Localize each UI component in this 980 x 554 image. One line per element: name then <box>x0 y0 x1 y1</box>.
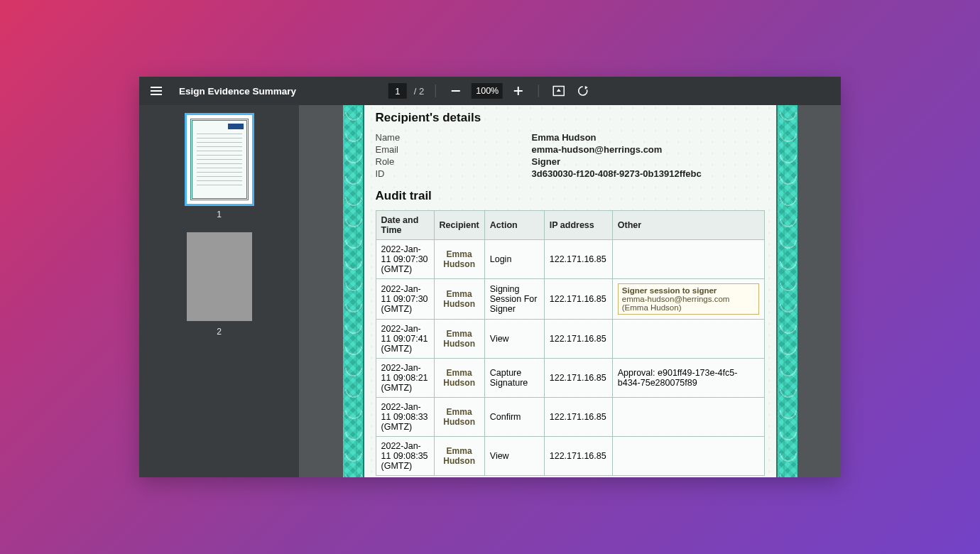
cell-date: 2022-Jan-11 09:07:30 (GMTZ) <box>376 279 434 320</box>
cell-recipient: Emma Hudson <box>434 240 484 279</box>
thumbnail-1[interactable]: 1 <box>187 115 252 219</box>
value-email: emma-hudson@herrings.com <box>532 144 765 155</box>
separator <box>435 85 436 97</box>
cell-ip: 122.171.16.85 <box>544 320 612 359</box>
recipient-details: Name Emma Hudson Email emma-hudson@herri… <box>376 132 765 179</box>
cell-action: Confirm <box>484 398 544 437</box>
cell-ip: 122.171.16.85 <box>544 398 612 437</box>
cell-action: View <box>484 320 544 359</box>
page-slash: / <box>414 86 417 97</box>
table-row: 2022-Jan-11 09:07:30 (GMTZ)Emma HudsonLo… <box>376 240 764 279</box>
cell-ip: 122.171.16.85 <box>544 240 612 279</box>
recipient-name: Emma Hudson <box>440 368 479 388</box>
recipient-name: Emma Hudson <box>440 446 479 466</box>
zoom-in-icon[interactable] <box>510 82 527 99</box>
table-row: 2022-Jan-11 09:07:30 (GMTZ)Emma HudsonSi… <box>376 279 764 320</box>
total-pages: 2 <box>419 86 424 97</box>
thumbnail-number: 2 <box>217 327 222 337</box>
cell-other <box>612 437 764 476</box>
svg-rect-0 <box>452 90 460 92</box>
zoom-out-icon[interactable] <box>447 82 464 99</box>
th-ip: IP address <box>544 211 612 240</box>
value-role: Signer <box>532 156 765 167</box>
cell-ip: 122.171.16.85 <box>544 359 612 398</box>
cell-other: Approval: e901ff49-173e-4fc5-b434-75e280… <box>612 359 764 398</box>
label-id: ID <box>376 168 532 179</box>
cell-action: Login <box>484 240 544 279</box>
th-date: Date and Time <box>376 211 434 240</box>
cell-date: 2022-Jan-11 09:08:33 (GMTZ) <box>376 398 434 437</box>
cell-date: 2022-Jan-11 09:08:21 (GMTZ) <box>376 359 434 398</box>
cell-action: Signing Session For Signer <box>484 279 544 320</box>
label-role: Role <box>376 156 532 167</box>
cell-recipient: Emma Hudson <box>434 437 484 476</box>
cell-action: View <box>484 437 544 476</box>
table-row: 2022-Jan-11 09:08:33 (GMTZ)Emma HudsonCo… <box>376 398 764 437</box>
audit-table: Date and Time Recipient Action IP addres… <box>376 210 765 476</box>
cell-other <box>612 320 764 359</box>
other-highlight-box: Signer session to signeremma-hudson@herr… <box>618 283 759 315</box>
table-row: 2022-Jan-11 09:07:41 (GMTZ)Emma HudsonVi… <box>376 320 764 359</box>
audit-heading: Audit trail <box>376 189 765 203</box>
document-title: Esign Evidence Summary <box>179 86 296 97</box>
cell-recipient: Emma Hudson <box>434 359 484 398</box>
cell-action: Capture Signature <box>484 359 544 398</box>
cell-recipient: Emma Hudson <box>434 398 484 437</box>
thumbnail-preview <box>187 232 252 321</box>
toolbar: Esign Evidence Summary / 2 <box>139 77 841 105</box>
recipient-name: Emma Hudson <box>440 329 479 349</box>
table-row: 2022-Jan-11 09:08:35 (GMTZ)Emma HudsonVi… <box>376 437 764 476</box>
fit-page-icon[interactable] <box>550 82 567 99</box>
cell-other <box>612 398 764 437</box>
thumbnail-number: 1 <box>217 210 222 219</box>
cell-ip: 122.171.16.85 <box>544 279 612 320</box>
table-header-row: Date and Time Recipient Action IP addres… <box>376 211 764 240</box>
recipients-heading: Recipient's details <box>376 111 765 125</box>
thumbnail-2[interactable]: 2 <box>187 232 252 337</box>
content-area[interactable]: Recipient's details Name Emma Hudson Ema… <box>299 105 841 477</box>
zoom-level-input[interactable] <box>472 83 503 99</box>
svg-marker-4 <box>557 89 561 92</box>
recipient-name: Emma Hudson <box>440 289 479 309</box>
current-page-input[interactable] <box>388 83 407 99</box>
cell-recipient: Emma Hudson <box>434 279 484 320</box>
cell-ip: 122.171.16.85 <box>544 437 612 476</box>
value-name: Emma Hudson <box>532 132 765 143</box>
th-recipient: Recipient <box>434 211 484 240</box>
th-action: Action <box>484 211 544 240</box>
page-total: / 2 <box>414 86 424 97</box>
value-id: 3d630030-f120-408f-9273-0b13912ffebc <box>532 168 765 179</box>
menu-icon[interactable] <box>146 87 166 95</box>
cell-other <box>612 240 764 279</box>
cell-date: 2022-Jan-11 09:07:30 (GMTZ) <box>376 240 434 279</box>
toolbar-center: / 2 <box>388 82 592 99</box>
svg-marker-5 <box>585 86 588 89</box>
cell-recipient: Emma Hudson <box>434 320 484 359</box>
cell-other: Signer session to signeremma-hudson@herr… <box>612 279 764 320</box>
th-other: Other <box>612 211 764 240</box>
thumbnail-preview <box>187 115 252 204</box>
document-page: Recipient's details Name Emma Hudson Ema… <box>343 105 797 477</box>
label-name: Name <box>376 132 532 143</box>
recipient-name: Emma Hudson <box>440 249 479 269</box>
cell-date: 2022-Jan-11 09:07:41 (GMTZ) <box>376 320 434 359</box>
table-row: 2022-Jan-11 09:08:21 (GMTZ)Emma HudsonCa… <box>376 359 764 398</box>
svg-rect-2 <box>518 87 519 95</box>
separator <box>538 85 539 97</box>
recipient-name: Emma Hudson <box>440 407 479 427</box>
thumbnail-sidebar: 1 2 <box>139 105 299 477</box>
cell-date: 2022-Jan-11 09:08:35 (GMTZ) <box>376 437 434 476</box>
rotate-icon[interactable] <box>575 82 592 99</box>
pdf-viewer-window: Esign Evidence Summary / 2 <box>139 77 841 477</box>
label-email: Email <box>376 144 532 155</box>
